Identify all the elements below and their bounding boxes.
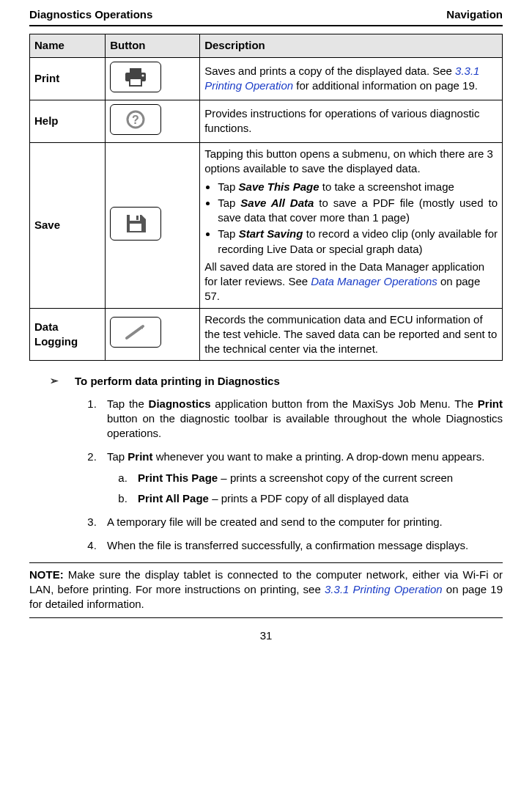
row-name: Help (30, 100, 106, 142)
th-name: Name (30, 34, 106, 57)
table-header-row: Name Button Description (30, 34, 503, 57)
data-logging-icon (110, 317, 161, 348)
table-row: Help ? Provides instructions for operati… (30, 100, 503, 142)
list-item: Tap the Diagnostics application button f… (100, 397, 503, 441)
note-label: NOTE: (29, 568, 64, 581)
svg-rect-0 (130, 68, 141, 73)
list-item: Tap Save All Data to save a PDF file (mo… (218, 196, 498, 226)
steps-list: Tap the Diagnostics application button f… (81, 397, 503, 554)
list-item: When the file is transferred successfull… (100, 538, 503, 553)
link-printing-operation-note[interactable]: 3.3.1 Printing Operation (325, 583, 443, 595)
list-item: Tap Start Saving to record a video clip … (218, 227, 498, 257)
divider (29, 562, 503, 563)
list-item: Print All Page – prints a PDF copy of al… (130, 491, 503, 506)
toolbar-table: Name Button Description Print Saves and … (29, 34, 503, 361)
table-row: Print Saves and prints a copy of the dis… (30, 57, 503, 100)
row-name: Print (30, 57, 106, 100)
help-icon: ? (110, 104, 161, 135)
row-desc: Saves and prints a copy of the displayed… (200, 57, 503, 100)
row-button-cell (106, 143, 200, 309)
list-item: Print This Page – prints a screenshot co… (130, 471, 503, 485)
header-left: Diagnostics Operations (29, 7, 152, 22)
row-name: Data Logging (30, 308, 106, 361)
th-button: Button (106, 34, 200, 57)
list-item: Tap Print whenever you want to make a pr… (100, 449, 503, 506)
row-desc: Provides instructions for operations of … (200, 100, 503, 142)
row-button-cell: ? (106, 100, 200, 142)
divider (29, 617, 503, 618)
row-desc: Records the communication data and ECU i… (200, 308, 503, 361)
svg-point-3 (142, 74, 144, 76)
table-row: Save Tapping this button opens a submenu… (30, 143, 503, 309)
header-right: Navigation (446, 7, 503, 22)
table-row: Data Logging Records the communication d… (30, 308, 503, 361)
save-options-list: Tap Save This Page to take a screenshot … (204, 180, 498, 257)
page-header: Diagnostics Operations Navigation (29, 7, 503, 26)
svg-rect-7 (136, 216, 138, 220)
row-name: Save (30, 143, 106, 309)
th-description: Description (200, 34, 503, 57)
svg-rect-8 (130, 224, 141, 231)
heading-text: To perform data printing in Diagnostics (75, 374, 280, 389)
row-button-cell (106, 57, 200, 100)
link-data-manager[interactable]: Data Manager Operations (311, 275, 437, 287)
chevron-right-icon: ➢ (50, 374, 59, 388)
svg-rect-2 (130, 78, 141, 86)
print-icon (110, 62, 161, 92)
save-icon (110, 207, 161, 241)
svg-text:?: ? (132, 114, 139, 126)
page: Diagnostics Operations Navigation Name B… (0, 0, 532, 658)
section-heading: ➢ To perform data printing in Diagnostic… (50, 374, 503, 389)
list-item: A temporary file will be created and sen… (100, 515, 503, 529)
row-desc: Tapping this button opens a submenu, on … (200, 143, 503, 309)
row-button-cell (106, 308, 200, 361)
note-block: NOTE: Make sure the display tablet is co… (29, 568, 503, 612)
page-number: 31 (29, 628, 503, 643)
sub-list: Print This Page – prints a screenshot co… (111, 471, 503, 507)
list-item: Tap Save This Page to take a screenshot … (218, 180, 498, 194)
